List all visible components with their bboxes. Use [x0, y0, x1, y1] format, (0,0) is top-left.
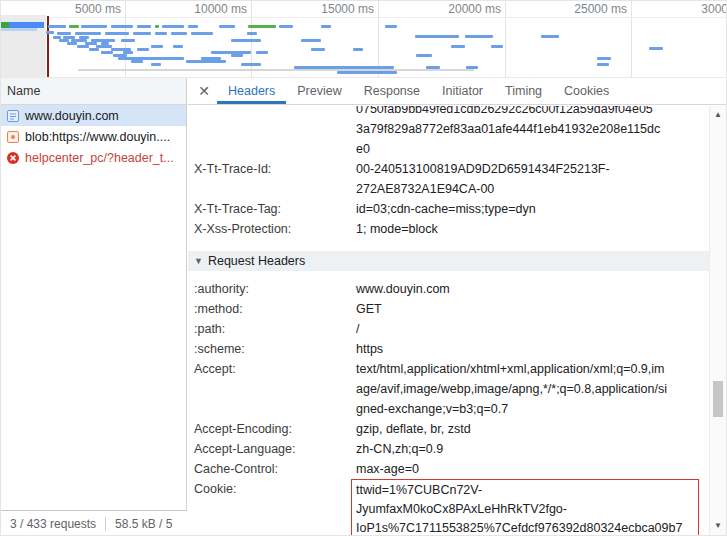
waterfall-bar — [321, 25, 331, 28]
vertical-scrollbar[interactable]: ▲ ▼ — [709, 106, 726, 535]
header-value: ttwid=1%7CUBCn72V-JyumfaxM0koCx8PAxLeHhR… — [356, 479, 709, 535]
header-value: gzip, deflate, br, zstd — [356, 419, 709, 439]
column-header-name[interactable]: Name — [1, 78, 186, 105]
waterfall-bar — [241, 63, 261, 66]
header-value-line: JyumfaxM0koCx8PAxLeHhRkTV2fgo- — [356, 500, 692, 519]
document-icon — [6, 109, 20, 123]
header-name: Accept-Encoding: — [188, 419, 356, 439]
waterfall-bar — [385, 25, 397, 28]
waterfall-bar — [649, 47, 663, 50]
waterfall-bar — [426, 66, 440, 69]
header-row: X-Tt-Trace-Tag:id=03;cdn-cache=miss;type… — [188, 199, 709, 219]
waterfall-bar — [466, 66, 478, 69]
header-value: text/html,application/xhtml+xml,applicat… — [356, 359, 709, 419]
request-row[interactable]: blob:https://www.douyin.... — [1, 126, 186, 147]
ruler-divider — [1, 17, 727, 18]
header-value-line: 272AE8732A1E94CA-00 — [356, 179, 705, 199]
waterfall-bar — [137, 48, 149, 51]
waterfall-bar — [162, 25, 184, 28]
header-row: Accept-Language:zh-CN,zh;q=0.9 — [188, 439, 709, 459]
header-name: :scheme: — [188, 339, 356, 359]
tab-response[interactable]: Response — [353, 78, 431, 104]
waterfall-bar — [77, 45, 89, 48]
header-value-line: https — [356, 339, 705, 359]
waterfall-bar — [541, 35, 559, 38]
waterfall-bar — [89, 48, 99, 51]
header-value-line: www.douyin.com — [356, 279, 705, 299]
request-list-panel: Name www.douyin.comblob:https://www.douy… — [1, 78, 187, 536]
header-row: :scheme:https — [188, 339, 709, 359]
waterfall-bar — [105, 32, 129, 35]
header-value: zh-CN,zh;q=0.9 — [356, 439, 709, 459]
header-row: Accept:text/html,application/xhtml+xml,a… — [188, 359, 709, 419]
waterfall-bar — [171, 32, 187, 35]
network-overview[interactable]: 5000 ms10000 ms15000 ms20000 ms25000 ms3… — [1, 1, 727, 78]
header-row: Cookie:ttwid=1%7CUBCn72V-JyumfaxM0koCx8P… — [188, 479, 709, 535]
waterfall-bar — [337, 71, 397, 74]
waterfall-bar — [78, 69, 474, 71]
waterfall-bar — [111, 25, 133, 28]
waterfall-bar — [219, 25, 235, 28]
timeline-tick-label: 10000 ms — [163, 2, 247, 16]
header-value-line: text/html,application/xhtml+xml,applicat… — [356, 359, 705, 379]
scrollbar-thumb[interactable] — [713, 381, 723, 417]
waterfall-bar — [133, 32, 151, 35]
header-row: Accept-Encoding:gzip, deflate, br, zstd — [188, 419, 709, 439]
waterfall-bar — [137, 25, 151, 28]
header-name: Cookie: — [188, 479, 356, 535]
header-name: Accept-Language: — [188, 439, 356, 459]
header-name: :path: — [188, 319, 356, 339]
request-row[interactable]: www.douyin.com — [1, 105, 186, 126]
header-row: 0750fab9bb49fed1cdb26292c26c00f12a59da9f… — [188, 106, 709, 159]
waterfall-bar — [151, 63, 161, 66]
request-name-label: blob:https://www.douyin.... — [25, 130, 170, 144]
waterfall-bar — [75, 32, 101, 35]
scroll-up-icon[interactable]: ▲ — [710, 107, 726, 123]
header-row: X-Xss-Protection:1; mode=block — [188, 219, 709, 239]
tab-cookies[interactable]: Cookies — [553, 78, 620, 104]
header-value-line: id=03;cdn-cache=miss;type=dyn — [356, 199, 705, 219]
header-row: :method:GET — [188, 299, 709, 319]
header-value: 1; mode=block — [356, 219, 709, 239]
media-icon — [6, 130, 20, 144]
waterfall-bar — [191, 32, 213, 35]
requests-count: 3 / 433 requests — [1, 517, 105, 531]
request-row[interactable]: helpcenter_pc/?header_t... — [1, 147, 186, 168]
waterfall-bar — [597, 57, 611, 60]
waterfall-bar — [294, 66, 394, 69]
header-row: :path:/ — [188, 319, 709, 339]
header-value-line: age/avif,image/webp,image/apng,*/*;q=0.8… — [356, 379, 705, 399]
timeline-tick-label: 20000 ms — [417, 2, 501, 16]
header-name: Accept: — [188, 359, 356, 419]
tab-initiator[interactable]: Initiator — [431, 78, 494, 104]
timeline-gridline — [505, 1, 506, 77]
tab-preview[interactable]: Preview — [286, 78, 352, 104]
timeline-tick-label: 25000 ms — [543, 2, 627, 16]
tab-headers[interactable]: Headers — [217, 78, 286, 104]
header-value-line: e0 — [356, 139, 705, 159]
waterfall-bar — [101, 51, 113, 54]
header-name: X-Tt-Trace-Id: — [188, 159, 356, 199]
waterfall-bar — [231, 54, 243, 57]
waterfall-bar — [173, 45, 183, 48]
waterfall-bar — [69, 25, 79, 28]
section-title: Request Headers — [208, 254, 305, 268]
devtools-network-panel: 5000 ms10000 ms15000 ms20000 ms25000 ms3… — [0, 0, 727, 536]
scroll-down-icon[interactable]: ▼ — [710, 518, 726, 534]
header-value: id=03;cdn-cache=miss;type=dyn — [356, 199, 709, 219]
header-value-line: ttwid=1%7CUBCn72V- — [356, 481, 692, 500]
header-name: :method: — [188, 299, 356, 319]
header-value-line: GET — [356, 299, 705, 319]
close-icon[interactable]: ✕ — [191, 78, 217, 104]
header-value: / — [356, 319, 709, 339]
waterfall-bar — [231, 39, 261, 42]
waterfall-bar — [151, 45, 163, 48]
tab-timing[interactable]: Timing — [494, 78, 553, 104]
waterfall-bar — [451, 45, 465, 48]
overview-selected-light-bar — [1, 28, 37, 31]
timeline-gridline — [631, 1, 632, 77]
header-name: Cache-Control: — [188, 459, 356, 479]
waterfall-bar — [186, 60, 226, 63]
header-value-line: 0750fab9bb49fed1cdb26292c26c00f12a59da9f… — [356, 106, 705, 119]
request-headers-section[interactable]: ▼Request Headers — [188, 251, 709, 271]
